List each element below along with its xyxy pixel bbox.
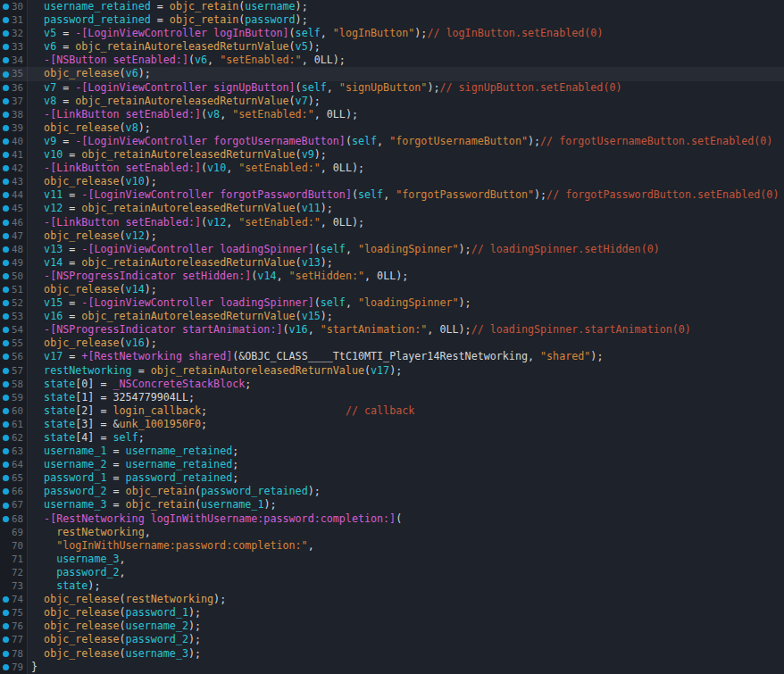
breakpoint-dot-icon[interactable] (3, 327, 9, 333)
breakpoint-dot-icon[interactable] (3, 287, 9, 293)
code-text[interactable]: state[2] = login_callback; // callback (28, 404, 414, 418)
code-text[interactable]: v11 = -[LoginViewController forgotPasswo… (28, 188, 779, 202)
breakpoint-dot-icon[interactable] (3, 664, 9, 670)
breakpoint-dot-icon[interactable] (3, 462, 9, 468)
code-text[interactable]: state[0] = _NSConcreteStackBlock; (28, 378, 251, 391)
code-text[interactable]: v15 = -[LoginViewController loadingSpinn… (28, 296, 471, 310)
code-text[interactable]: v14 = objc_retainAutoreleasedReturnValue… (28, 256, 333, 270)
code-text[interactable]: v13 = -[LoginViewController loadingSpinn… (28, 243, 660, 256)
code-text[interactable]: -[NSProgressIndicator setHidden:](v14, "… (28, 270, 408, 283)
breakpoint-dot-icon[interactable] (3, 381, 9, 387)
breakpoint-dot-icon[interactable] (3, 260, 9, 266)
breakpoint-gutter[interactable] (0, 71, 12, 78)
breakpoint-dot-icon[interactable] (3, 623, 9, 629)
breakpoint-gutter[interactable] (0, 287, 12, 293)
breakpoint-gutter[interactable] (0, 503, 12, 509)
breakpoint-dot-icon[interactable] (3, 233, 9, 239)
code-text[interactable]: v16 = objc_retainAutoreleasedReturnValue… (28, 310, 333, 323)
code-text[interactable]: -[RestNetworking logInWithUsername:passw… (28, 512, 402, 526)
breakpoint-dot-icon[interactable] (3, 165, 9, 171)
code-text[interactable]: v6 = objc_retainAutoreleasedReturnValue(… (28, 40, 321, 54)
breakpoint-gutter[interactable] (0, 516, 12, 522)
code-text[interactable]: v10 = objc_retainAutoreleasedReturnValue… (28, 148, 327, 162)
breakpoint-dot-icon[interactable] (3, 152, 9, 158)
code-text[interactable]: username_1 = username_retained; (28, 445, 238, 458)
code-text[interactable]: v7 = -[LoginViewController signUpButton]… (28, 81, 622, 95)
code-text[interactable]: username_2 = username_retained; (28, 458, 238, 471)
breakpoint-gutter[interactable] (0, 125, 12, 131)
breakpoint-dot-icon[interactable] (3, 30, 9, 37)
breakpoint-dot-icon[interactable] (3, 112, 9, 118)
breakpoint-gutter[interactable] (0, 138, 12, 145)
breakpoint-gutter[interactable] (0, 44, 12, 50)
code-text[interactable]: objc_release(v6); (28, 67, 151, 80)
breakpoint-dot-icon[interactable] (3, 637, 9, 643)
breakpoint-gutter[interactable] (0, 246, 12, 253)
code-text[interactable]: password_2, (28, 566, 126, 579)
breakpoint-gutter[interactable] (0, 623, 12, 629)
breakpoint-gutter[interactable] (0, 85, 12, 91)
breakpoint-gutter[interactable] (0, 233, 12, 239)
breakpoint-dot-icon[interactable] (3, 17, 9, 23)
code-text[interactable]: objc_release(username_3); (28, 647, 201, 661)
breakpoint-gutter[interactable] (0, 664, 12, 670)
breakpoint-gutter[interactable] (0, 596, 12, 603)
code-text[interactable]: objc_release(restNetworking); (28, 593, 226, 606)
breakpoint-dot-icon[interactable] (3, 44, 9, 50)
code-text[interactable]: username_3 = objc_retain(username_1); (28, 498, 276, 512)
breakpoint-gutter[interactable] (0, 179, 12, 185)
breakpoint-dot-icon[interactable] (3, 85, 9, 91)
breakpoint-dot-icon[interactable] (3, 368, 9, 374)
breakpoint-gutter[interactable] (0, 260, 12, 266)
breakpoint-gutter[interactable] (0, 475, 12, 481)
breakpoint-dot-icon[interactable] (3, 205, 9, 212)
breakpoint-gutter[interactable] (0, 448, 12, 454)
breakpoint-dot-icon[interactable] (3, 610, 9, 616)
code-text[interactable]: -[LinkButton setEnabled:](v12, "setEnabl… (28, 216, 364, 229)
breakpoint-gutter[interactable] (0, 4, 12, 10)
breakpoint-dot-icon[interactable] (3, 488, 9, 495)
breakpoint-gutter[interactable] (0, 313, 12, 320)
code-text[interactable]: v8 = objc_retainAutoreleasedReturnValue(… (28, 95, 321, 108)
breakpoint-dot-icon[interactable] (3, 596, 9, 603)
breakpoint-dot-icon[interactable] (3, 220, 9, 226)
breakpoint-gutter[interactable] (0, 381, 12, 387)
code-text[interactable]: "logInWithUsername:password:completion:"… (28, 539, 314, 553)
breakpoint-gutter[interactable] (0, 651, 12, 657)
breakpoint-dot-icon[interactable] (3, 313, 9, 320)
breakpoint-gutter[interactable] (0, 421, 12, 428)
breakpoint-dot-icon[interactable] (3, 421, 9, 428)
code-text[interactable]: -[LinkButton setEnabled:](v8, "setEnable… (28, 108, 358, 121)
breakpoint-dot-icon[interactable] (3, 192, 9, 198)
code-text[interactable]: v9 = -[LoginViewController forgotUsernam… (28, 135, 772, 148)
code-text[interactable]: state[1] = 3254779904LL; (28, 391, 195, 404)
code-text[interactable]: objc_release(password_2); (28, 633, 201, 646)
code-text[interactable]: v5 = -[LoginViewController logInButton](… (28, 27, 603, 40)
breakpoint-gutter[interactable] (0, 300, 12, 306)
code-text[interactable]: v12 = objc_retainAutoreleasedReturnValue… (28, 202, 333, 215)
breakpoint-dot-icon[interactable] (3, 179, 9, 185)
code-text[interactable]: objc_release(password_1); (28, 606, 201, 620)
pseudocode-editor[interactable]: 30 username_retained = objc_retain(usern… (0, 0, 784, 674)
breakpoint-dot-icon[interactable] (3, 475, 9, 481)
breakpoint-dot-icon[interactable] (3, 503, 9, 509)
breakpoint-dot-icon[interactable] (3, 408, 9, 414)
breakpoint-gutter[interactable] (0, 408, 12, 414)
code-text[interactable]: -[NSButton setEnabled:](v6, "setEnabled:… (28, 54, 346, 67)
code-text[interactable]: objc_release(v8); (28, 121, 151, 135)
code-text[interactable]: state); (28, 579, 100, 593)
breakpoint-gutter[interactable] (0, 273, 12, 279)
breakpoint-dot-icon[interactable] (3, 651, 9, 657)
code-text[interactable]: state[3] = &unk_1001950F0; (28, 418, 207, 431)
breakpoint-dot-icon[interactable] (3, 516, 9, 522)
breakpoint-gutter[interactable] (0, 112, 12, 118)
breakpoint-gutter[interactable] (0, 327, 12, 333)
breakpoint-gutter[interactable] (0, 340, 12, 346)
breakpoint-dot-icon[interactable] (3, 448, 9, 454)
breakpoint-dot-icon[interactable] (3, 340, 9, 346)
code-text[interactable]: restNetworking = objc_retainAutoreleased… (28, 364, 402, 378)
breakpoint-gutter[interactable] (0, 98, 12, 104)
code-text[interactable]: password_1 = password_retained; (28, 471, 238, 485)
code-text[interactable]: state[4] = self; (28, 431, 145, 445)
breakpoint-dot-icon[interactable] (3, 435, 9, 441)
